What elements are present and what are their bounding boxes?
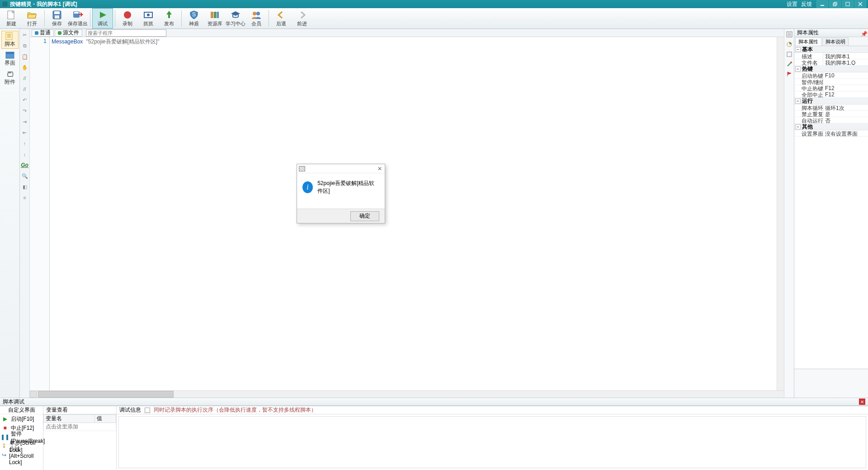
dialog-body: i 52pojie吾爱破解[精品软件区]: [297, 173, 385, 209]
restore-button[interactable]: [829, 0, 841, 8]
properties-grid[interactable]: −基本描述我的脚本1文件名我的脚本1.Q−热键启动热键F10暂停/继续热键中止热…: [794, 46, 868, 369]
prop-value[interactable]: 循环1次: [823, 104, 868, 110]
prop-key: 设置界面: [794, 130, 823, 136]
minimize-button[interactable]: [816, 0, 828, 8]
prop-row[interactable]: 脚本循环循环1次: [794, 104, 868, 111]
prop-value[interactable]: F10: [823, 72, 868, 78]
debug-record-checkbox[interactable]: [145, 408, 150, 413]
lefttab-script[interactable]: 脚本: [1, 31, 19, 49]
rcol-flag-icon[interactable]: [786, 71, 793, 78]
prop-key: 文件名: [794, 59, 823, 65]
saveexit-icon: [72, 10, 83, 20]
strip-go-icon[interactable]: Go: [21, 161, 29, 169]
dialog-ok-button[interactable]: 确定: [350, 211, 379, 221]
strip-copy-icon[interactable]: ⧉: [21, 42, 29, 50]
prop-key: 禁止重复运行: [794, 111, 823, 117]
collapse-icon[interactable]: −: [795, 99, 801, 104]
strip-paste-icon[interactable]: 📋: [21, 52, 29, 61]
toolbar-saveexit-button[interactable]: 保存退出: [67, 8, 88, 28]
toolbar-open-button[interactable]: 打开: [22, 8, 42, 28]
toolbar-record-button[interactable]: 录制: [117, 8, 138, 28]
prop-row[interactable]: 禁止重复运行是: [794, 111, 868, 117]
strip-outdent-icon[interactable]: ⇤: [21, 128, 29, 137]
settings-link[interactable]: 设置: [787, 0, 797, 8]
debug-close-button[interactable]: ✕: [859, 399, 865, 405]
strip-moveup-icon[interactable]: ↑: [21, 139, 29, 147]
close-button[interactable]: [854, 0, 866, 8]
properties-pin-icon[interactable]: 📌: [861, 31, 865, 35]
prop-group-运行[interactable]: −运行: [794, 98, 868, 104]
toolbar-member-button[interactable]: 会员: [246, 8, 267, 28]
dialog-close-button[interactable]: ✕: [377, 166, 383, 172]
prop-tab-attr[interactable]: 脚本属性: [795, 38, 821, 46]
strip-uncomment-icon[interactable]: //: [21, 85, 29, 93]
strip-format-icon[interactable]: ≡: [21, 194, 29, 202]
prop-group-热键[interactable]: −热键: [794, 66, 868, 72]
toolbar-forward-button[interactable]: 前进: [292, 8, 312, 28]
toolbar-learn-button[interactable]: 学习中心: [225, 8, 246, 28]
strip-movedown-icon[interactable]: ↓: [21, 150, 29, 158]
debug-action-start[interactable]: ▶启动[F10]: [0, 414, 43, 423]
editor-horizontal-scrollbar[interactable]: [30, 390, 784, 398]
collapse-icon[interactable]: −: [795, 124, 801, 129]
dialog-title-bar[interactable]: ✕: [297, 164, 385, 173]
toolbar-publish-button[interactable]: 发布: [159, 8, 179, 28]
prop-row[interactable]: 启动热键F10: [794, 72, 868, 79]
code-editor[interactable]: 1 MessageBox "52pojie吾爱破解[精品软件区]": [30, 37, 784, 390]
prop-value[interactable]: 我的脚本1: [823, 53, 868, 59]
debug-action-stepover[interactable]: ↪步过[Alt+Scroll Lock]: [0, 451, 43, 460]
rcol-chart-icon[interactable]: [786, 41, 793, 48]
rcol-wand-icon[interactable]: [786, 61, 793, 68]
toolbar-shield-button[interactable]: S神盾: [184, 8, 204, 28]
svg-point-35: [790, 62, 792, 63]
prop-row[interactable]: 设置界面没有设置界面: [794, 130, 868, 137]
strip-bookmark-icon[interactable]: ◧: [21, 183, 29, 191]
strip-cut-icon[interactable]: ✂: [21, 31, 29, 39]
maximize-button[interactable]: [842, 0, 854, 8]
strip-indent-icon[interactable]: ⇥: [21, 118, 29, 126]
strip-comment-icon[interactable]: //: [21, 74, 29, 82]
prop-value[interactable]: 否: [823, 117, 868, 123]
prop-value[interactable]: F12: [823, 91, 868, 97]
prop-value[interactable]: 是: [823, 111, 868, 117]
prop-value[interactable]: 我的脚本1.Q: [823, 59, 868, 65]
lefttab-ui[interactable]: 界面: [1, 50, 19, 68]
prop-group-基本[interactable]: −基本: [794, 46, 868, 53]
prop-row[interactable]: 中止热键F12: [794, 85, 868, 91]
editor-vertical-scrollbar[interactable]: [777, 37, 784, 390]
toolbar-new-button[interactable]: 新建: [1, 8, 22, 28]
lefttab-attach[interactable]: 附件: [1, 69, 19, 87]
strip-hand-icon[interactable]: ✋: [21, 63, 29, 71]
var-add-hint[interactable]: 点击这里添加: [44, 423, 116, 431]
prop-value[interactable]: F12: [823, 85, 868, 91]
editor-tab-normal[interactable]: 普通: [32, 29, 54, 37]
strip-find-icon[interactable]: 🔍: [21, 172, 29, 180]
toolbar-debug-button[interactable]: 调试: [92, 8, 113, 28]
svg-rect-18: [214, 12, 217, 18]
toolbar-save-button[interactable]: 保存: [47, 8, 67, 28]
prop-value[interactable]: 没有设置界面: [823, 130, 868, 136]
prop-row[interactable]: 描述我的脚本1: [794, 53, 868, 59]
collapse-icon[interactable]: −: [795, 66, 801, 71]
prop-row[interactable]: 暂停/继续热键: [794, 79, 868, 85]
editor-tab-source[interactable]: 源文件: [55, 29, 82, 37]
hscroll-thumb[interactable]: [38, 391, 174, 398]
app-icon: [2, 1, 8, 7]
strip-redo-icon[interactable]: ↷: [21, 107, 29, 115]
toolbar-capture-button[interactable]: 抓抓: [138, 8, 159, 28]
rcol-bookmark-icon[interactable]: [786, 51, 793, 58]
debug-var-table[interactable]: 变量名值 点击这里添加: [43, 414, 116, 431]
toolbar-reslib-button[interactable]: 资源库: [204, 8, 225, 28]
toolbar-back-button[interactable]: 后退: [271, 8, 292, 28]
debug-action-start-label: 启动[F10]: [11, 415, 34, 423]
rcol-list-icon[interactable]: [786, 31, 793, 38]
collapse-icon[interactable]: −: [795, 47, 801, 52]
code-content[interactable]: MessageBox "52pojie吾爱破解[精品软件区]": [50, 37, 777, 390]
search-subroutine-input[interactable]: [86, 29, 166, 37]
prop-group-其他[interactable]: −其他: [794, 123, 868, 130]
prop-tab-desc[interactable]: 脚本说明: [822, 38, 849, 46]
feedback-link[interactable]: 反馈: [801, 0, 812, 8]
hscroll-left-arrow[interactable]: [30, 391, 37, 398]
prop-value[interactable]: [823, 79, 868, 85]
strip-undo-icon[interactable]: ↶: [21, 96, 29, 104]
